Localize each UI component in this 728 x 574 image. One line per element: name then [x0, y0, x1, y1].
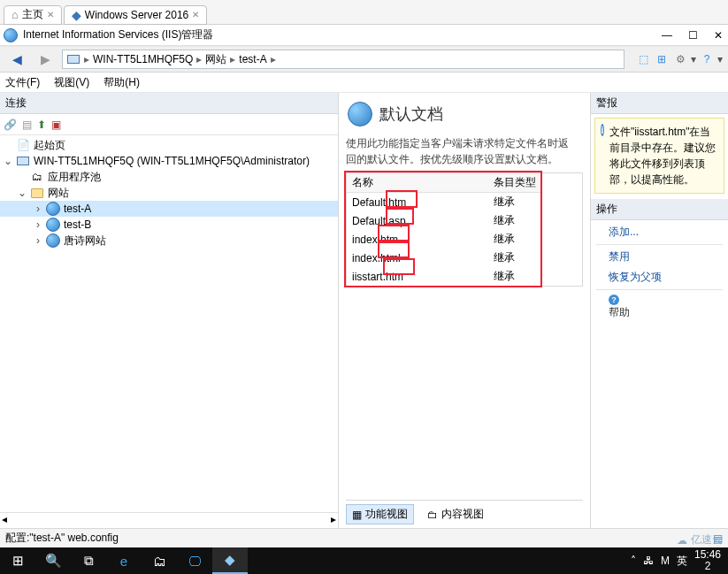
- tree-node-test-a[interactable]: ›test-A: [0, 201, 338, 217]
- breadcrumb-site[interactable]: test-A: [239, 53, 266, 65]
- page-icon: 📄: [16, 138, 30, 152]
- connections-header: 连接: [0, 93, 338, 114]
- connect-icon[interactable]: 🔗: [4, 119, 17, 131]
- connections-toolbar: 🔗 ▤ ⬆ ▣: [0, 114, 338, 135]
- table-row[interactable]: iisstart.htm继承: [347, 267, 541, 286]
- features-view-button[interactable]: ▦功能视图: [346, 504, 414, 524]
- connections-tree: 📄起始页 ⌄WIN-TT5L1MHQF5Q (WIN-TT5L1MHQF5Q\A…: [0, 135, 338, 528]
- scroll-left-icon[interactable]: ◂: [2, 513, 7, 528]
- save-icon[interactable]: ▤: [22, 119, 32, 131]
- manage-icon[interactable]: ⊞: [654, 51, 670, 67]
- actions-header: 操作: [591, 199, 728, 220]
- window-titlebar: Internet Information Services (IIS)管理器 —…: [0, 25, 728, 46]
- tab-active[interactable]: ◆ Windows Server 2016 ✕: [64, 5, 207, 25]
- ime-indicator[interactable]: M: [661, 555, 670, 567]
- table-row[interactable]: index.htm继承: [347, 230, 541, 249]
- scroll-right-icon[interactable]: ▸: [331, 513, 336, 528]
- alert-box: i 文件"iisstart.htm"在当前目录中存在。建议您将此文件移到列表顶部…: [594, 118, 724, 194]
- breadcrumb-sites[interactable]: 网站: [205, 52, 226, 67]
- tree-node-sites[interactable]: ⌄网站: [0, 185, 338, 201]
- col-type[interactable]: 条目类型: [488, 173, 541, 193]
- apppool-icon: 🗂: [30, 170, 44, 184]
- twisty-closed-icon[interactable]: ›: [34, 218, 42, 231]
- nav-forward-button[interactable]: ▶: [34, 48, 57, 71]
- home-icon: ⌂: [11, 8, 19, 21]
- content-view-button[interactable]: 🗀内容视图: [421, 504, 490, 524]
- window-close-button[interactable]: ✕: [714, 29, 723, 42]
- stop-icon[interactable]: ▣: [51, 119, 61, 131]
- default-docs-grid[interactable]: 名称 条目类型 Default.htm继承 Default.asp继承 inde…: [347, 173, 582, 286]
- twisty-closed-icon[interactable]: ›: [34, 203, 42, 215]
- settings-icon[interactable]: ⚙: [672, 51, 688, 67]
- menu-view[interactable]: 视图(V): [54, 75, 89, 90]
- nav-back-button[interactable]: ◀: [5, 48, 28, 71]
- menu-file[interactable]: 文件(F): [5, 75, 40, 90]
- taskview-button[interactable]: ⧉: [71, 547, 106, 574]
- minimize-button[interactable]: —: [662, 29, 672, 42]
- page-title: 默认文档: [379, 103, 443, 125]
- chevron-right-icon: ▸: [84, 53, 89, 65]
- start-button[interactable]: ⊞: [0, 547, 35, 574]
- tray-chevron-icon[interactable]: ˄: [631, 555, 636, 567]
- taskbar-clock[interactable]: 15:46 2: [694, 549, 721, 572]
- table-row[interactable]: Default.htm继承: [347, 193, 541, 212]
- up-icon[interactable]: ⬆: [37, 119, 46, 131]
- ie-button[interactable]: e: [106, 547, 142, 574]
- monitor-button[interactable]: 🖵: [177, 547, 212, 574]
- menu-help[interactable]: 帮助(H): [103, 75, 140, 90]
- site-icon: [46, 202, 60, 216]
- twisty-open-icon[interactable]: ⌄: [18, 187, 27, 199]
- taskbar: ⊞ 🔍 ⧉ e 🗂 🖵 ◆ ˄ 🖧 M 英 15:46 2: [0, 547, 728, 574]
- site-icon: [46, 218, 60, 232]
- tree-node-startpage[interactable]: 📄起始页: [0, 137, 338, 153]
- close-icon[interactable]: ✕: [192, 10, 199, 19]
- folder-icon: 🗀: [427, 509, 438, 521]
- table-row[interactable]: Default.asp继承: [347, 211, 541, 230]
- site-icon: [46, 233, 60, 248]
- feature-icon: [348, 102, 372, 126]
- twisty-open-icon[interactable]: ⌄: [4, 155, 12, 167]
- tree-node-test-b[interactable]: ›test-B: [0, 217, 338, 233]
- close-icon[interactable]: ✕: [47, 10, 54, 19]
- action-add[interactable]: 添加...: [591, 222, 728, 242]
- iis-icon: ◆: [72, 8, 81, 22]
- breadcrumb[interactable]: ▸ WIN-TT5L1MHQF5Q ▸ 网站 ▸ test-A ▸: [62, 50, 625, 69]
- tab-home[interactable]: ⌂ 主页 ✕: [4, 5, 62, 25]
- chevron-right-icon: ▸: [271, 53, 276, 65]
- folder-icon: [30, 186, 44, 200]
- actions-pane: 警报 i 文件"iisstart.htm"在当前目录中存在。建议您将此文件移到列…: [591, 93, 728, 528]
- tab-home-label: 主页: [22, 7, 43, 22]
- list-icon: ▦: [352, 509, 362, 521]
- dropdown-icon[interactable]: ▾: [717, 53, 723, 65]
- separator: [596, 244, 723, 245]
- action-disable[interactable]: 禁用: [591, 247, 728, 267]
- nav-row: ◀ ▶ ▸ WIN-TT5L1MHQF5Q ▸ 网站 ▸ test-A ▸ ⬚ …: [0, 46, 728, 73]
- network-icon[interactable]: 🖧: [643, 555, 654, 567]
- col-name[interactable]: 名称: [347, 173, 488, 193]
- cloud-icon: ☁: [677, 534, 687, 547]
- explorer-button[interactable]: 🗂: [142, 547, 177, 574]
- tree-node-server[interactable]: ⌄WIN-TT5L1MHQF5Q (WIN-TT5L1MHQF5Q\Admini…: [0, 153, 338, 169]
- breadcrumb-root[interactable]: WIN-TT5L1MHQF5Q: [93, 53, 193, 65]
- twisty-closed-icon[interactable]: ›: [34, 234, 42, 247]
- statusbar: 配置:"test-A" web.config ▤: [0, 528, 728, 547]
- search-button[interactable]: 🔍: [35, 547, 71, 574]
- tree-node-apppools[interactable]: 🗂应用程序池: [0, 169, 338, 185]
- maximize-button[interactable]: ☐: [688, 29, 698, 42]
- dropdown-icon[interactable]: ▾: [691, 53, 696, 65]
- iis-app-button[interactable]: ◆: [212, 547, 248, 574]
- feature-description: 使用此功能指定当客户端未请求特定文件名时返回的默认文件。按优先级顺序设置默认文档…: [346, 135, 583, 167]
- help-icon[interactable]: ?: [699, 51, 715, 67]
- status-text: 配置:"test-A" web.config: [5, 531, 119, 546]
- browser-tab-strip: ⌂ 主页 ✕ ◆ Windows Server 2016 ✕: [0, 0, 728, 25]
- info-icon: i: [601, 124, 604, 136]
- tree-node-poem[interactable]: ›唐诗网站: [0, 233, 338, 249]
- table-row[interactable]: index.html继承: [347, 249, 541, 267]
- menubar: 文件(F) 视图(V) 帮助(H): [0, 73, 728, 93]
- chevron-right-icon: ▸: [230, 53, 235, 65]
- ime-lang[interactable]: 英: [677, 554, 687, 569]
- import-icon[interactable]: ⬚: [635, 51, 651, 67]
- server-icon: [66, 52, 80, 66]
- action-help[interactable]: ?帮助: [591, 292, 728, 323]
- action-reset[interactable]: 恢复为父项: [591, 267, 728, 287]
